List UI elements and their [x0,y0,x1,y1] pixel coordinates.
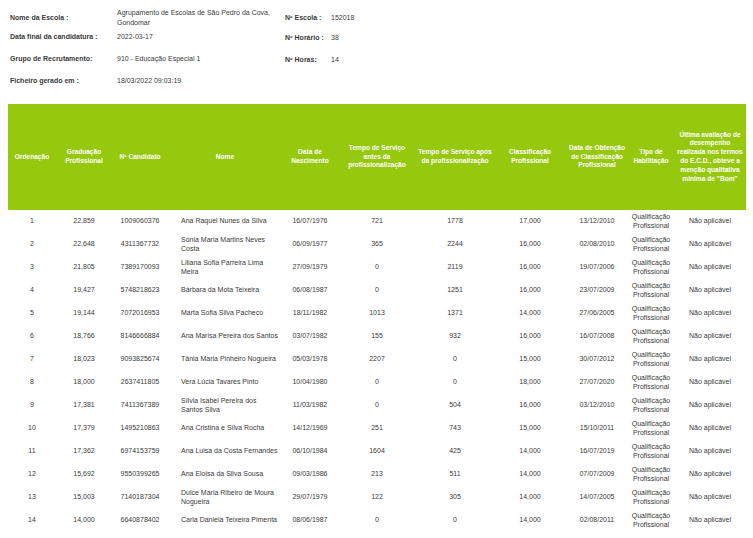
table-row: 917,3817411367389Sílvia Isabel Pereira d… [8,394,746,417]
cell-ultima-avaliacao: Não aplicável [674,394,746,417]
cell-graduacao: 17,379 [56,417,112,440]
table-header: OrdenaçãoGraduação ProfissionalNº Candid… [8,104,746,210]
column-header-nascimento: Data de Nascimento [282,104,338,210]
cell-ordenacao: 3 [8,256,56,279]
cell-tempo-antes: 0 [338,371,416,394]
cell-tempo-apos: 1778 [416,210,494,233]
cell-ultima-avaliacao: Não aplicável [674,486,746,509]
cell-nome: Carla Daniela Teixeira Pimenta [168,509,282,532]
cell-nascimento: 05/03/1978 [282,348,338,371]
table-header-row: OrdenaçãoGraduação ProfissionalNº Candid… [8,104,746,210]
cell-graduacao: 19,427 [56,279,112,302]
table-row: 718,0239093825674Tânia Maria Pinheiro No… [8,348,746,371]
cell-candidato: 6974153759 [112,440,168,463]
cell-ordenacao: 14 [8,509,56,532]
cell-tempo-antes: 1013 [338,302,416,325]
cell-classificacao: 15,000 [494,417,566,440]
cell-nascimento: 06/10/1984 [282,440,338,463]
cell-graduacao: 18,000 [56,371,112,394]
cell-nascimento: 16/07/1976 [282,210,338,233]
cell-nascimento: 08/06/1987 [282,509,338,532]
column-header-tempo-apos: Tempo de Serviço após da profissionaliza… [416,104,494,210]
cell-tempo-apos: 504 [416,394,494,417]
cell-nome: Vera Lúcia Tavares Pinto [168,371,282,394]
cell-data-obtencao: 15/10/2011 [566,417,628,440]
column-header-ultima-avaliacao: Última avaliação de desempenho realizada… [674,104,746,210]
cell-tipo-habilitacao: Qualificação Profissional [628,233,674,256]
cell-candidato: 5748218623 [112,279,168,302]
cell-tempo-apos: 743 [416,417,494,440]
cell-ordenacao: 12 [8,463,56,486]
cell-tipo-habilitacao: Qualificação Profissional [628,371,674,394]
cell-tempo-antes: 721 [338,210,416,233]
cell-graduacao: 14,000 [56,509,112,532]
column-header-classificacao: Classificação Profissional [494,104,566,210]
cell-nascimento: 18/11/1982 [282,302,338,325]
cell-candidato: 2637411805 [112,371,168,394]
cell-tempo-apos: 0 [416,371,494,394]
cell-data-obtencao: 16/07/2019 [566,440,628,463]
cell-graduacao: 19,144 [56,302,112,325]
cell-ordenacao: 11 [8,440,56,463]
cell-tempo-apos: 1251 [416,279,494,302]
cell-ultima-avaliacao: Não aplicável [674,509,746,532]
column-header-tempo-antes: Tempo de Serviço antes da profissionaliz… [338,104,416,210]
cell-data-obtencao: 14/07/2005 [566,486,628,509]
application-deadline-value: 2022-03-17 [117,32,280,42]
cell-classificacao: 16,000 [494,325,566,348]
cell-tipo-habilitacao: Qualificação Profissional [628,279,674,302]
cell-ordenacao: 8 [8,371,56,394]
cell-classificacao: 16,000 [494,394,566,417]
cell-classificacao: 14,000 [494,486,566,509]
cell-tempo-apos: 2119 [416,256,494,279]
cell-ultima-avaliacao: Não aplicável [674,210,746,233]
hours-number-field: Nº Horas: 14 [285,54,339,66]
cell-nascimento: 06/09/1977 [282,233,338,256]
table-row: 818,0002637411805Vera Lúcia Tavares Pint… [8,371,746,394]
cell-candidato: 9550399265 [112,463,168,486]
cell-nascimento: 09/03/1986 [282,463,338,486]
cell-tipo-habilitacao: Qualificação Profissional [628,302,674,325]
table-row: 419,4275748218623Bárbara da Mota Teixeir… [8,279,746,302]
column-header-ordenacao: Ordenação [8,104,56,210]
cell-ultima-avaliacao: Não aplicável [674,256,746,279]
cell-ordenacao: 13 [8,486,56,509]
cell-classificacao: 14,000 [494,440,566,463]
cell-graduacao: 22,648 [56,233,112,256]
cell-nome: Ana Marisa Pereira dos Santos [168,325,282,348]
cell-tempo-antes: 213 [338,463,416,486]
table-row: 222,6484311367732Sónia Maria Martins Nev… [8,233,746,256]
cell-data-obtencao: 30/07/2012 [566,348,628,371]
table-row: 1315,0037140187304Dulce Maria Ribeiro de… [8,486,746,509]
cell-classificacao: 14,000 [494,509,566,532]
cell-candidato: 4311367732 [112,233,168,256]
schedule-number-label: Nº Horário : [285,33,331,43]
cell-classificacao: 16,000 [494,233,566,256]
cell-nascimento: 14/12/1969 [282,417,338,440]
cell-ordenacao: 6 [8,325,56,348]
cell-nascimento: 10/04/1980 [282,371,338,394]
cell-ultima-avaliacao: Não aplicável [674,371,746,394]
cell-tipo-habilitacao: Qualificação Profissional [628,463,674,486]
school-name-value: Agrupamento de Escolas de São Pedro da C… [117,8,280,27]
cell-nome: Ana Eloisa da Silva Sousa [168,463,282,486]
schedule-number-field: Nº Horário : 38 [285,32,339,44]
school-name-label: Nome da Escola : [10,13,117,23]
table-row: 519,1447072016953Marta Sofia Silva Pache… [8,302,746,325]
cell-nascimento: 11/03/1982 [282,394,338,417]
cell-ultima-avaliacao: Não aplicável [674,417,746,440]
cell-classificacao: 16,000 [494,279,566,302]
cell-tempo-antes: 251 [338,417,416,440]
cell-tempo-apos: 0 [416,348,494,371]
table-row: 122,8591009060376Ana Raquel Nunes da Sil… [8,210,746,233]
cell-tipo-habilitacao: Qualificação Profissional [628,325,674,348]
cell-data-obtencao: 27/07/2020 [566,371,628,394]
cell-nome: Tânia Maria Pinheiro Nogueira [168,348,282,371]
cell-tempo-antes: 122 [338,486,416,509]
cell-candidato: 7411367389 [112,394,168,417]
file-generated-field: Ficheiro gerado em : 18/03/2022 09:03:19 [10,75,280,87]
cell-tempo-antes: 1604 [338,440,416,463]
column-header-data-obtencao: Data de Obtenção de Classificação Profis… [566,104,628,210]
cell-ultima-avaliacao: Não aplicável [674,279,746,302]
cell-ultima-avaliacao: Não aplicável [674,302,746,325]
